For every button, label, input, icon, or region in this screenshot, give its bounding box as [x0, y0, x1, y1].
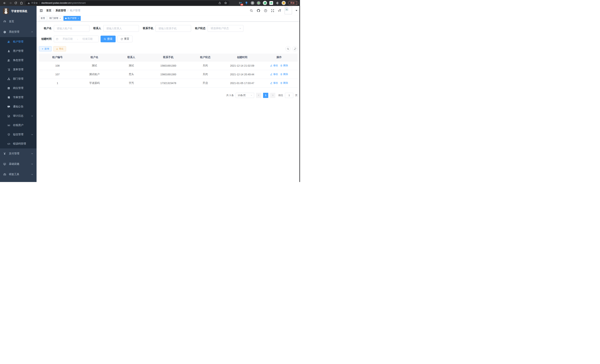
chevron-down-icon — [251, 94, 253, 96]
app-title: 芋道管理系统 — [11, 9, 27, 13]
pagination: 共 3 条 10条/页 1 前往 页 — [39, 93, 298, 98]
sidebar-item-错误码管理[interactable]: 错误码管理 — [0, 139, 37, 149]
github-icon[interactable] — [257, 9, 260, 12]
yen-icon — [3, 152, 6, 155]
goto-page-input[interactable] — [285, 93, 293, 98]
add-button[interactable]: 新增 — [39, 46, 52, 51]
sidebar-item-基础设施[interactable]: 基础设施 — [0, 159, 37, 169]
sidebar-item-在线用户[interactable]: 在线用户 — [0, 121, 37, 130]
edit-link[interactable]: 修改 — [270, 81, 278, 84]
plus-icon — [42, 48, 44, 50]
warning-icon[interactable] — [28, 2, 30, 4]
chevron-down-icon — [31, 133, 33, 136]
mobile-label: 联系手机 — [143, 27, 153, 30]
header-search-icon[interactable] — [250, 9, 253, 12]
tab-部门管理[interactable]: 部门管理× — [48, 16, 63, 21]
refresh-table-icon[interactable] — [292, 46, 298, 51]
profile-avatar[interactable] — [282, 1, 286, 5]
org-icon — [7, 78, 10, 80]
reload-icon[interactable] — [13, 0, 19, 5]
tenant-name-input[interactable] — [54, 25, 89, 32]
code-icon — [7, 143, 10, 145]
search-button[interactable]: 搜索 — [101, 36, 116, 42]
close-icon[interactable]: × — [60, 17, 61, 20]
filter-row-1: 租户名 联系人 联系手机 租户状态 请选择租户状态 — [39, 25, 298, 32]
help-icon[interactable] — [264, 9, 267, 12]
address-bar[interactable]: 不安全 dashboard.yudao.iocoder.cn/system/te… — [25, 1, 229, 5]
sidebar-toggle-icon[interactable] — [39, 9, 43, 13]
trash-icon — [280, 82, 282, 84]
sidebar-item-研发工具[interactable]: 研发工具 — [0, 169, 37, 180]
cell-mobile: 15601691300 — [150, 70, 187, 79]
contact-input[interactable] — [103, 25, 139, 32]
sidebar-item-支付管理[interactable]: 支付管理 — [0, 149, 37, 159]
sidebar-item-菜单管理[interactable]: 菜单管理 — [0, 65, 37, 74]
sidebar-item-部门管理[interactable]: 部门管理 — [0, 74, 37, 84]
ext-status-dot-icon[interactable] — [257, 1, 261, 5]
mobile-input[interactable] — [155, 25, 191, 32]
reset-button[interactable]: 重置 — [117, 36, 132, 42]
close-icon[interactable]: × — [78, 17, 79, 20]
ext-tab-manager-icon[interactable]: 10 — [238, 1, 242, 5]
sidebar-item-用户管理[interactable]: 用户管理 — [0, 46, 37, 56]
prev-page-button[interactable] — [256, 93, 261, 98]
column-header: 联系人 — [113, 54, 150, 61]
home-icon[interactable] — [19, 0, 24, 5]
show-search-icon[interactable] — [285, 46, 291, 51]
font-size-icon[interactable]: TT — [278, 9, 281, 12]
security-label[interactable]: 不安全 — [31, 1, 38, 5]
user-avatar[interactable] — [285, 7, 292, 14]
ext-balloon-icon[interactable] — [244, 1, 248, 5]
column-header: 租户名 — [76, 54, 113, 61]
window-scrollbar-edge[interactable] — [300, 6, 300, 182]
sidebar-item-系统管理[interactable]: 系统管理 — [0, 27, 37, 37]
delete-link[interactable]: 删除 — [280, 81, 288, 84]
ext-command-icon[interactable] — [251, 1, 254, 5]
delete-link[interactable]: 删除 — [280, 73, 288, 76]
app-logo[interactable]: 芋道管理系统 — [0, 6, 37, 16]
cell-contact: 秃头 — [113, 70, 150, 79]
export-button[interactable]: 导出 — [53, 46, 66, 51]
start-date-placeholder: 开始日期 — [58, 37, 77, 41]
ext-yuque-icon[interactable] — [263, 1, 267, 5]
sidebar-item-通知公告[interactable]: 通知公告 — [0, 102, 37, 111]
fullscreen-icon[interactable] — [271, 9, 274, 12]
sidebar-item-租户管理[interactable]: 租户管理 — [0, 37, 37, 46]
column-header: 租户状态 — [187, 54, 224, 61]
sidebar-item-审计日志[interactable]: 审计日志 — [0, 111, 37, 121]
edit-link[interactable]: 修改 — [270, 64, 278, 67]
extensions-puzzle-icon[interactable] — [275, 1, 279, 5]
cell-status: 开启 — [187, 79, 224, 87]
next-page-button[interactable] — [270, 93, 275, 98]
cell-name: 芋道源码 — [76, 79, 113, 87]
create-time-range-picker[interactable]: 开始日期 - 结束日期 — [54, 36, 99, 42]
share-icon[interactable] — [218, 1, 221, 4]
sidebar-item-首页[interactable]: 首页 — [0, 16, 37, 27]
sidebar-item-短信管理[interactable]: 短信管理 — [0, 130, 37, 139]
gear-icon — [3, 31, 6, 33]
search-icon — [104, 38, 106, 40]
tab-租户管理[interactable]: 租户管理× — [64, 16, 81, 21]
sidebar-item-字典管理[interactable]: 字典管理 — [0, 93, 37, 102]
cell-created: 2021-12-14 20:49:44 — [224, 70, 261, 79]
delete-link[interactable]: 删除 — [280, 64, 288, 67]
breadcrumb-home[interactable]: 首页 — [46, 9, 51, 12]
page-number-button[interactable]: 1 — [263, 93, 268, 98]
edit-link[interactable]: 修改 — [270, 73, 278, 76]
extensions-bar: 10 更新 — [238, 1, 298, 5]
user-menu-caret-icon[interactable] — [296, 10, 297, 11]
table-row: 108测试测试15601691300关闭2021-12-14 21:02:09修… — [39, 61, 298, 70]
bookmark-star-icon[interactable] — [224, 1, 227, 4]
forward-icon[interactable] — [7, 0, 13, 5]
back-icon[interactable] — [2, 0, 7, 5]
ext-chat-icon[interactable] — [269, 1, 273, 5]
update-button[interactable]: 更新 — [288, 1, 298, 5]
status-select[interactable]: 请选择租户状态 — [208, 25, 244, 32]
sidebar-item-角色管理[interactable]: 角色管理 — [0, 56, 37, 65]
cell-name: 测试 — [76, 61, 113, 70]
page-size-select[interactable]: 10条/页 — [236, 93, 254, 98]
breadcrumb-system[interactable]: 系统管理 — [56, 9, 66, 12]
cell-created: 2021-01-05 17:03:47 — [224, 79, 261, 87]
sidebar-item-岗位管理[interactable]: 岗位管理 — [0, 84, 37, 93]
tab-首页[interactable]: 首页 — [39, 16, 47, 21]
